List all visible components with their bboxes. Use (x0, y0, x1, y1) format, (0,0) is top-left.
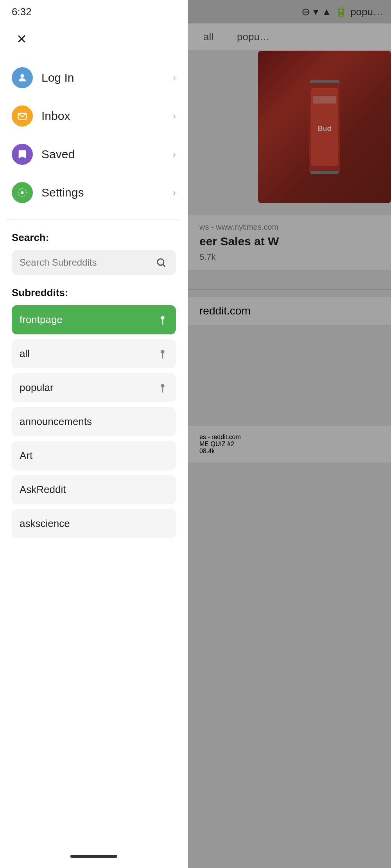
subreddit-item-popular[interactable]: popular (12, 373, 176, 402)
search-icon-button[interactable] (154, 255, 168, 270)
subreddits-section: Subreddits: frontpage all popul (0, 283, 188, 848)
bottom-bar (0, 848, 188, 868)
navigation-drawer: 6:32 ✕ Log In › (0, 0, 188, 868)
saved-icon-circle (12, 144, 33, 165)
status-bar: 6:32 (0, 0, 188, 23)
svg-point-8 (21, 191, 24, 194)
subreddit-name-askreddit: AskReddit (20, 484, 66, 496)
subreddit-name-frontpage: frontpage (20, 314, 63, 326)
pin-icon-frontpage (157, 314, 168, 325)
pin-svg (158, 314, 167, 325)
close-icon: ✕ (16, 32, 27, 46)
subreddit-item-all[interactable]: all (12, 339, 176, 368)
close-button[interactable]: ✕ (12, 29, 31, 49)
menu-list: Log In › Inbox › Saved › (0, 55, 188, 216)
settings-label: Settings (41, 186, 173, 199)
mail-icon (17, 111, 28, 121)
svg-point-9 (158, 259, 164, 265)
gear-icon (17, 187, 28, 198)
pin-icon-popular (157, 382, 168, 393)
saved-chevron: › (173, 149, 176, 160)
inbox-label: Inbox (41, 109, 173, 123)
search-input[interactable] (20, 257, 150, 268)
menu-item-login[interactable]: Log In › (0, 59, 188, 97)
subreddit-name-announcements: announcements (20, 416, 92, 428)
login-chevron: › (173, 72, 176, 83)
subreddit-name-art: Art (20, 450, 32, 462)
subreddit-item-announcements[interactable]: announcements (12, 407, 176, 436)
svg-point-11 (161, 316, 164, 319)
subreddit-name-askscience: askscience (20, 518, 70, 530)
search-input-wrapper (12, 250, 176, 275)
menu-item-settings[interactable]: Settings › (0, 173, 188, 212)
subreddit-name-all: all (20, 348, 30, 360)
pin-svg-popular (158, 382, 167, 393)
svg-point-13 (161, 350, 164, 353)
bottom-pill (70, 855, 117, 858)
pin-icon-all (157, 348, 168, 359)
menu-divider (8, 220, 180, 220)
svg-point-6 (20, 74, 24, 78)
search-icon (156, 257, 167, 268)
search-section: Search: (0, 224, 188, 283)
subreddit-name-popular: popular (20, 382, 54, 394)
search-label: Search: (12, 232, 176, 244)
menu-item-inbox[interactable]: Inbox › (0, 97, 188, 135)
login-label: Log In (41, 71, 173, 84)
overlay-dim[interactable] (188, 0, 391, 868)
subreddit-item-art[interactable]: Art (12, 441, 176, 470)
login-icon-circle (12, 67, 33, 88)
saved-label: Saved (41, 148, 173, 161)
subreddit-item-askscience[interactable]: askscience (12, 509, 176, 538)
pin-svg-all (158, 348, 167, 359)
inbox-icon-circle (12, 105, 33, 127)
inbox-chevron: › (173, 111, 176, 121)
bookmark-icon (17, 149, 28, 160)
svg-point-15 (161, 384, 164, 387)
subreddits-label: Subreddits: (12, 287, 176, 299)
subreddit-item-askreddit[interactable]: AskReddit (12, 475, 176, 504)
close-row: ✕ (0, 23, 188, 55)
settings-icon-circle (12, 182, 33, 203)
settings-chevron: › (173, 187, 176, 198)
svg-line-10 (163, 264, 165, 266)
subreddit-item-frontpage[interactable]: frontpage (12, 305, 176, 334)
person-icon (17, 72, 28, 83)
status-time: 6:32 (12, 6, 32, 18)
menu-item-saved[interactable]: Saved › (0, 135, 188, 173)
